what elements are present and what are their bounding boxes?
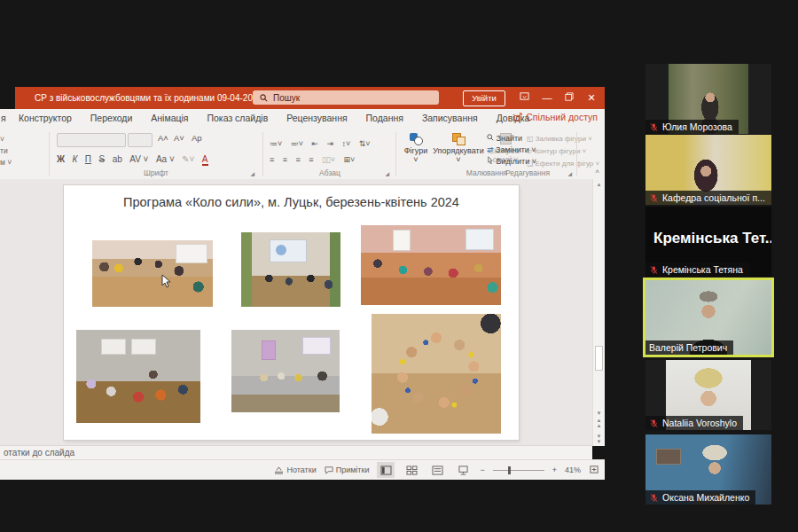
slide-canvas[interactable]: Програма «Коло сили», м. Луцьк, березень… (64, 185, 519, 440)
clear-formatting-button[interactable]: Ap (192, 133, 202, 143)
numbering-icon[interactable]: ≕˅ (291, 139, 303, 148)
line-spacing-icon[interactable]: ↕˅ (341, 139, 350, 148)
underline-button[interactable]: П (85, 154, 91, 164)
ribbon-display-options-icon[interactable] (512, 87, 536, 109)
reading-view-button[interactable] (428, 462, 446, 478)
slide-photo-6[interactable] (372, 314, 501, 434)
tab-view[interactable]: Подання (358, 109, 411, 123)
restore-icon[interactable] (558, 87, 581, 109)
align-left-icon[interactable]: ≡ (270, 155, 274, 164)
scrollbar-thumb[interactable] (595, 346, 603, 371)
participant-tile-3[interactable]: Кремінська Тет... Кремінська Тетяна (645, 207, 771, 277)
notes-pane[interactable]: отатки до слайда (0, 445, 592, 460)
tab-transitions[interactable]: Переходи (82, 109, 141, 123)
zoom-slider[interactable] (493, 470, 544, 471)
scroll-down-icon[interactable]: ▼ (593, 411, 605, 416)
banner-shape (262, 340, 276, 360)
italic-button[interactable]: К (73, 154, 78, 164)
slide-workspace: Програма «Коло сили», м. Луцьк, березень… (0, 179, 605, 446)
indent-increase-icon[interactable]: ⇥ (326, 139, 333, 148)
replace-button[interactable]: ⇄ Замінити ˅ (487, 145, 536, 156)
convert-smartart-icon[interactable]: ⊞˅ (344, 155, 356, 164)
participant-tile-5[interactable]: Nataliia Voroshylo (645, 360, 771, 430)
normal-view-button[interactable] (377, 462, 395, 478)
indent-decrease-icon[interactable]: ⇤ (311, 139, 318, 148)
shrink-font-button[interactable]: A˅ (174, 133, 184, 143)
participant-tile-2[interactable]: Кафедра соціальної п... (645, 135, 771, 205)
ribbon-tab-row: я Конструктор Переходи Анімація Показ сл… (0, 109, 605, 129)
arrange-button[interactable]: Упорядкувати˅ (433, 133, 484, 164)
ribbon: ˅ ти м ˅ A˄ A˅ Ap Ж К П S ab AV ˅ Aa ˅ (0, 129, 605, 180)
font-dialog-launcher-icon[interactable]: ◢ (250, 170, 254, 176)
notes-toggle-button[interactable]: Нотатки (274, 466, 316, 474)
notes-icon (274, 466, 284, 474)
shapes-label: Фігури (404, 146, 428, 155)
font-size-combobox[interactable] (128, 133, 153, 147)
tab-slideshow[interactable]: Показ слайдів (199, 109, 276, 123)
slideshow-view-button[interactable] (454, 462, 472, 478)
close-icon[interactable]: ✕ (580, 87, 603, 109)
slide-title[interactable]: Програма «Коло сили», м. Луцьк, березень… (64, 195, 519, 209)
tab-design[interactable]: Конструктор (11, 109, 80, 123)
vertical-scrollbar[interactable]: ▲ ▼ ▲▲ ▼▼ (592, 179, 605, 446)
shapes-icon (410, 133, 422, 145)
text-direction-icon[interactable]: ⇅˅ (359, 139, 371, 148)
fit-slide-button[interactable] (589, 465, 599, 476)
slide-photo-4[interactable] (76, 330, 200, 423)
participant-tile-4-active-speaker[interactable]: Валерій Петрович (643, 278, 774, 357)
previous-slide-icon[interactable]: ▲▲ (593, 418, 605, 428)
columns-icon[interactable]: ▯▯˅ (322, 155, 335, 164)
font-name-combobox[interactable] (57, 133, 126, 147)
tab-review[interactable]: Рецензування (278, 109, 355, 123)
fit-slide-icon (589, 465, 599, 474)
titlebar[interactable]: СР з військовослужбовцями та їх родинами… (15, 87, 605, 109)
slide-photo-2[interactable] (241, 232, 340, 307)
next-slide-icon[interactable]: ▼▼ (593, 434, 605, 444)
scroll-up-icon[interactable]: ▲ (593, 182, 605, 187)
search-box[interactable]: Пошук (253, 90, 439, 105)
find-button[interactable]: Знайти (487, 133, 536, 145)
minimize-icon[interactable]: — (536, 87, 559, 109)
align-center-icon[interactable]: ≡ (283, 155, 287, 164)
clipped-ribbon-button[interactable]: ˅ (0, 134, 12, 145)
zoom-in-button[interactable]: + (552, 466, 557, 474)
slide-sorter-view-button[interactable] (403, 462, 420, 478)
zoom-slider-thumb[interactable] (508, 466, 511, 474)
align-right-icon[interactable]: ≡ (295, 155, 300, 164)
font-color-icon[interactable]: А (202, 154, 208, 166)
editing-group-label: Редагування (483, 168, 572, 177)
bullets-icon[interactable]: ≔˅ (270, 139, 282, 148)
strikethrough-button[interactable]: S (99, 154, 106, 164)
comments-toggle-label: Примітки (336, 466, 370, 474)
find-icon (487, 134, 494, 141)
shapes-button[interactable]: Фігури˅ (401, 133, 431, 164)
kerning-button[interactable]: AV ˅ (129, 154, 148, 164)
clipped-ribbon-button[interactable]: м ˅ (0, 157, 12, 168)
grow-font-button[interactable]: A˄ (158, 133, 168, 143)
arrange-label: Упорядкувати (433, 146, 483, 155)
editing-group: Знайти ⇄ Замінити ˅ Виділити ˅ Редагуван… (483, 129, 572, 179)
tab-recording[interactable]: Записування (414, 109, 486, 123)
character-spacing-button[interactable]: ab (113, 154, 122, 164)
change-case-button[interactable]: Aa ˅ (156, 154, 175, 164)
zoom-out-button[interactable]: − (480, 466, 484, 474)
tab-clipped[interactable]: я (1, 113, 6, 123)
slide-photo-1[interactable] (92, 240, 213, 307)
tab-animations[interactable]: Анімація (143, 109, 196, 123)
zoom-level[interactable]: 41% (565, 466, 581, 474)
justify-icon[interactable]: ≡ (309, 155, 313, 164)
slide-photo-5[interactable] (231, 330, 340, 412)
participant-tile-1[interactable]: Юлия Морозова (645, 64, 771, 134)
powerpoint-window: СР з військовослужбовцями та їх родинами… (0, 87, 605, 480)
slide-photo-3[interactable] (361, 225, 501, 305)
participant-tile-6[interactable]: Оксана Михайленко (645, 434, 771, 505)
clipped-ribbon-button[interactable]: ти (0, 145, 12, 157)
bold-button[interactable]: Ж (57, 154, 65, 164)
comments-toggle-button[interactable]: Примітки (325, 466, 370, 474)
select-button[interactable]: Виділити ˅ (487, 156, 536, 168)
highlight-color-icon[interactable]: ✎˅ (182, 154, 194, 164)
share-button[interactable]: Спільний доступ (513, 112, 598, 122)
collapse-ribbon-icon[interactable]: ˄ (595, 168, 599, 176)
paragraph-dialog-launcher-icon[interactable]: ◢ (385, 170, 389, 176)
sign-in-button[interactable]: Увійти (463, 90, 505, 106)
